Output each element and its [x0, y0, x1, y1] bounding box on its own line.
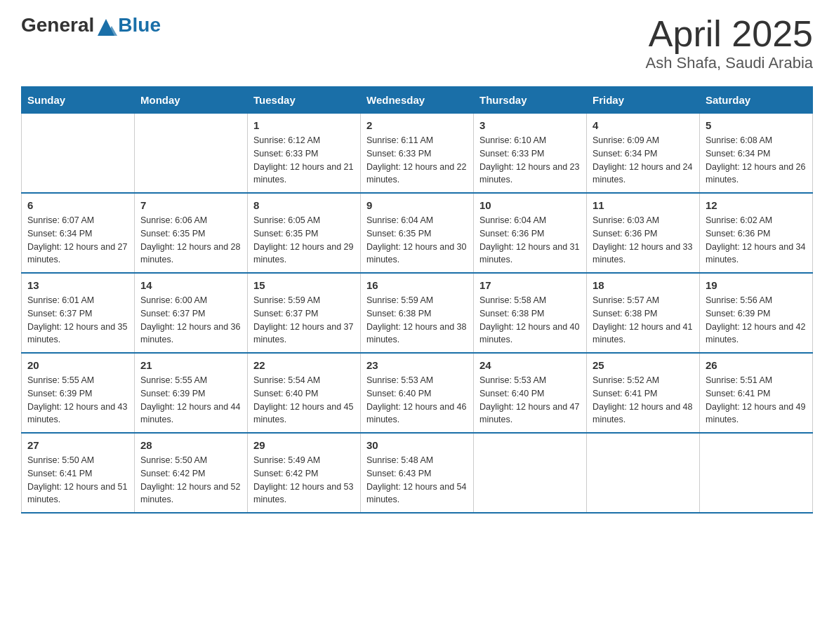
calendar-cell: 10Sunrise: 6:04 AMSunset: 6:36 PMDayligh…: [474, 193, 587, 273]
day-number: 29: [253, 439, 355, 451]
header-day-saturday: Saturday: [700, 87, 813, 114]
header-day-tuesday: Tuesday: [248, 87, 361, 114]
day-number: 3: [479, 119, 581, 131]
day-number: 30: [366, 439, 468, 451]
calendar-cell: [22, 114, 135, 194]
calendar-cell: 16Sunrise: 5:59 AMSunset: 6:38 PMDayligh…: [361, 273, 474, 353]
day-number: 22: [253, 359, 355, 371]
calendar-cell: 15Sunrise: 5:59 AMSunset: 6:37 PMDayligh…: [248, 273, 361, 353]
calendar-cell: 11Sunrise: 6:03 AMSunset: 6:36 PMDayligh…: [587, 193, 700, 273]
day-number: 25: [593, 359, 694, 371]
day-number: 4: [593, 119, 694, 131]
calendar-cell: 7Sunrise: 6:06 AMSunset: 6:35 PMDaylight…: [135, 193, 248, 273]
day-info: Sunrise: 6:05 AMSunset: 6:35 PMDaylight:…: [253, 214, 355, 267]
calendar-cell: 30Sunrise: 5:48 AMSunset: 6:43 PMDayligh…: [361, 433, 474, 513]
calendar-table: SundayMondayTuesdayWednesdayThursdayFrid…: [21, 86, 813, 514]
week-row-5: 27Sunrise: 5:50 AMSunset: 6:41 PMDayligh…: [22, 433, 813, 513]
day-info: Sunrise: 5:59 AMSunset: 6:38 PMDaylight:…: [366, 294, 468, 347]
calendar-cell: 3Sunrise: 6:10 AMSunset: 6:33 PMDaylight…: [474, 114, 587, 194]
week-row-1: 1Sunrise: 6:12 AMSunset: 6:33 PMDaylight…: [22, 114, 813, 194]
logo: General Blue: [21, 14, 161, 36]
week-row-3: 13Sunrise: 6:01 AMSunset: 6:37 PMDayligh…: [22, 273, 813, 353]
day-number: 19: [706, 279, 807, 291]
calendar-cell: 26Sunrise: 5:51 AMSunset: 6:41 PMDayligh…: [700, 353, 813, 433]
calendar-cell: 2Sunrise: 6:11 AMSunset: 6:33 PMDaylight…: [361, 114, 474, 194]
day-number: 2: [366, 119, 468, 131]
day-number: 21: [140, 359, 241, 371]
calendar-cell: [587, 433, 700, 513]
calendar-cell: 19Sunrise: 5:56 AMSunset: 6:39 PMDayligh…: [700, 273, 813, 353]
day-info: Sunrise: 5:55 AMSunset: 6:39 PMDaylight:…: [27, 374, 128, 427]
title-block: April 2025 Ash Shafa, Saudi Arabia: [646, 14, 814, 72]
day-info: Sunrise: 5:54 AMSunset: 6:40 PMDaylight:…: [253, 374, 355, 427]
day-info: Sunrise: 6:07 AMSunset: 6:34 PMDaylight:…: [27, 214, 128, 267]
calendar-cell: 5Sunrise: 6:08 AMSunset: 6:34 PMDaylight…: [700, 114, 813, 194]
calendar-cell: [135, 114, 248, 194]
day-info: Sunrise: 5:53 AMSunset: 6:40 PMDaylight:…: [479, 374, 581, 427]
day-number: 13: [27, 279, 128, 291]
logo-blue-text: Blue: [118, 14, 161, 36]
header-day-wednesday: Wednesday: [361, 87, 474, 114]
day-number: 24: [479, 359, 581, 371]
header-day-monday: Monday: [135, 87, 248, 114]
header-day-friday: Friday: [587, 87, 700, 114]
day-number: 18: [593, 279, 694, 291]
calendar-cell: 18Sunrise: 5:57 AMSunset: 6:38 PMDayligh…: [587, 273, 700, 353]
calendar-cell: 13Sunrise: 6:01 AMSunset: 6:37 PMDayligh…: [22, 273, 135, 353]
calendar-cell: [700, 433, 813, 513]
day-info: Sunrise: 5:59 AMSunset: 6:37 PMDaylight:…: [253, 294, 355, 347]
day-info: Sunrise: 5:53 AMSunset: 6:40 PMDaylight:…: [366, 374, 468, 427]
calendar-cell: 25Sunrise: 5:52 AMSunset: 6:41 PMDayligh…: [587, 353, 700, 433]
day-number: 1: [253, 119, 355, 131]
day-info: Sunrise: 5:49 AMSunset: 6:42 PMDaylight:…: [253, 454, 355, 507]
calendar-cell: 17Sunrise: 5:58 AMSunset: 6:38 PMDayligh…: [474, 273, 587, 353]
day-number: 6: [27, 199, 128, 211]
calendar-cell: 14Sunrise: 6:00 AMSunset: 6:37 PMDayligh…: [135, 273, 248, 353]
calendar-cell: 28Sunrise: 5:50 AMSunset: 6:42 PMDayligh…: [135, 433, 248, 513]
logo-general-text: General: [21, 14, 94, 36]
calendar-cell: 21Sunrise: 5:55 AMSunset: 6:39 PMDayligh…: [135, 353, 248, 433]
header-row: SundayMondayTuesdayWednesdayThursdayFrid…: [22, 87, 813, 114]
day-number: 10: [479, 199, 581, 211]
day-info: Sunrise: 5:50 AMSunset: 6:42 PMDaylight:…: [140, 454, 241, 507]
day-number: 5: [706, 119, 807, 131]
day-number: 16: [366, 279, 468, 291]
calendar-body: 1Sunrise: 6:12 AMSunset: 6:33 PMDaylight…: [22, 114, 813, 514]
page-subtitle: Ash Shafa, Saudi Arabia: [646, 54, 814, 72]
week-row-2: 6Sunrise: 6:07 AMSunset: 6:34 PMDaylight…: [22, 193, 813, 273]
day-info: Sunrise: 6:00 AMSunset: 6:37 PMDaylight:…: [140, 294, 241, 347]
calendar-cell: 12Sunrise: 6:02 AMSunset: 6:36 PMDayligh…: [700, 193, 813, 273]
day-info: Sunrise: 6:03 AMSunset: 6:36 PMDaylight:…: [593, 214, 694, 267]
day-info: Sunrise: 6:12 AMSunset: 6:33 PMDaylight:…: [253, 134, 355, 187]
day-number: 11: [593, 199, 694, 211]
day-number: 20: [27, 359, 128, 371]
week-row-4: 20Sunrise: 5:55 AMSunset: 6:39 PMDayligh…: [22, 353, 813, 433]
day-info: Sunrise: 6:04 AMSunset: 6:35 PMDaylight:…: [366, 214, 468, 267]
page-header: General Blue April 2025 Ash Shafa, Saudi…: [21, 14, 813, 72]
day-info: Sunrise: 5:48 AMSunset: 6:43 PMDaylight:…: [366, 454, 468, 507]
day-number: 8: [253, 199, 355, 211]
calendar-cell: 22Sunrise: 5:54 AMSunset: 6:40 PMDayligh…: [248, 353, 361, 433]
page-title: April 2025: [646, 14, 814, 54]
day-info: Sunrise: 6:11 AMSunset: 6:33 PMDaylight:…: [366, 134, 468, 187]
header-day-thursday: Thursday: [474, 87, 587, 114]
day-number: 17: [479, 279, 581, 291]
day-number: 7: [140, 199, 241, 211]
day-info: Sunrise: 6:06 AMSunset: 6:35 PMDaylight:…: [140, 214, 241, 267]
calendar-cell: [474, 433, 587, 513]
day-info: Sunrise: 5:56 AMSunset: 6:39 PMDaylight:…: [706, 294, 807, 347]
day-number: 26: [706, 359, 807, 371]
day-info: Sunrise: 6:04 AMSunset: 6:36 PMDaylight:…: [479, 214, 581, 267]
day-info: Sunrise: 5:58 AMSunset: 6:38 PMDaylight:…: [479, 294, 581, 347]
day-number: 23: [366, 359, 468, 371]
calendar-cell: 6Sunrise: 6:07 AMSunset: 6:34 PMDaylight…: [22, 193, 135, 273]
day-info: Sunrise: 5:50 AMSunset: 6:41 PMDaylight:…: [27, 454, 128, 507]
logo-icon: [95, 16, 117, 39]
day-info: Sunrise: 5:52 AMSunset: 6:41 PMDaylight:…: [593, 374, 694, 427]
calendar-cell: 24Sunrise: 5:53 AMSunset: 6:40 PMDayligh…: [474, 353, 587, 433]
day-info: Sunrise: 6:10 AMSunset: 6:33 PMDaylight:…: [479, 134, 581, 187]
day-number: 14: [140, 279, 241, 291]
calendar-cell: 29Sunrise: 5:49 AMSunset: 6:42 PMDayligh…: [248, 433, 361, 513]
day-number: 15: [253, 279, 355, 291]
day-number: 27: [27, 439, 128, 451]
